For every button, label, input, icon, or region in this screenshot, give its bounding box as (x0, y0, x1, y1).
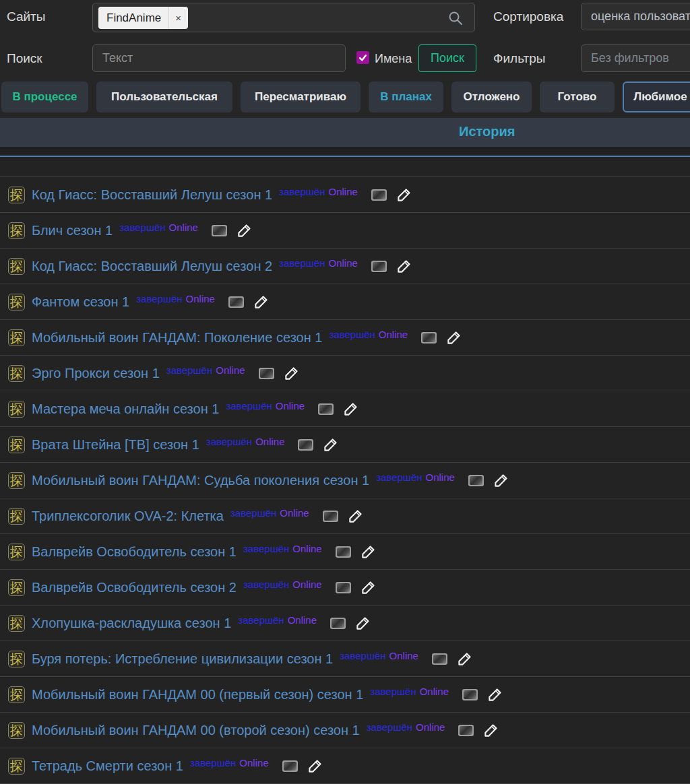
tab[interactable]: В планах (369, 81, 443, 112)
item-online-link[interactable]: Online (186, 293, 215, 304)
item-title-link[interactable]: Тетрадь Смерти сезон 1 (32, 758, 183, 774)
image-icon[interactable] (212, 225, 227, 236)
image-icon-inner (260, 369, 273, 378)
edit-icon[interactable] (355, 616, 371, 631)
image-icon[interactable] (323, 511, 338, 522)
tab[interactable]: Пересматриваю (241, 81, 360, 112)
image-icon[interactable] (371, 189, 387, 201)
tab[interactable]: Пользовательская (96, 81, 232, 112)
item-title-link[interactable]: Мобильный воин ГАНДАМ 00 (второй сезон) … (32, 723, 360, 738)
sort-select[interactable]: оценка пользователя (581, 3, 690, 30)
chip-remove-icon[interactable]: × (168, 7, 188, 29)
item-title-link[interactable]: Буря потерь: Истребление цивилизации сез… (32, 651, 333, 667)
image-icon[interactable] (282, 760, 298, 772)
item-title-link[interactable]: Код Гиасс: Восставший Лелуш сезон 1 (32, 187, 272, 203)
edit-icon[interactable] (237, 223, 252, 238)
image-icon-inner (324, 512, 337, 521)
item-title-link[interactable]: Врата Штейна [ТВ] сезон 1 (32, 437, 199, 453)
image-icon[interactable] (336, 582, 351, 593)
edit-icon[interactable] (396, 259, 412, 274)
search-button[interactable]: Поиск (418, 44, 476, 72)
search-input[interactable] (92, 44, 346, 72)
edit-icon[interactable] (446, 330, 462, 346)
edit-icon[interactable] (396, 187, 412, 203)
item-online-link[interactable]: Online (416, 721, 445, 733)
image-icon[interactable] (421, 332, 437, 344)
item-title-link[interactable]: Триплексоголик OVA-2: Клетка (32, 509, 224, 524)
site-favicon-icon: 探 (8, 436, 25, 453)
tab[interactable]: В процессе (1, 81, 88, 112)
edit-icon[interactable] (253, 294, 269, 310)
item-title-link[interactable]: Валврейв Освободитель сезон 1 (32, 544, 237, 560)
category-tabs: В процессе Пользовательская Пересматрива… (1, 81, 690, 112)
edit-icon[interactable] (483, 723, 499, 738)
item-online-link[interactable]: Online (389, 650, 418, 661)
edit-icon[interactable] (360, 544, 376, 560)
item-online-link[interactable]: Online (292, 543, 321, 554)
item-online-link[interactable]: Online (255, 436, 284, 447)
tab[interactable]: Отложено (451, 81, 532, 112)
item-title-link[interactable]: Мастера меча онлайн сезон 1 (32, 401, 219, 417)
edit-icon[interactable] (284, 366, 299, 381)
names-checkbox[interactable] (356, 51, 369, 64)
site-favicon-icon: 探 (8, 222, 25, 239)
image-icon[interactable] (330, 618, 346, 629)
edit-icon[interactable] (487, 687, 503, 703)
item-online-link[interactable]: Online (328, 257, 357, 269)
item-online-link[interactable]: Online (239, 757, 268, 769)
image-icon[interactable] (462, 689, 478, 700)
item-online-link[interactable]: Online (292, 579, 321, 590)
edit-icon[interactable] (323, 437, 338, 453)
sites-input[interactable]: FindAnime × (92, 3, 475, 32)
image-icon-inner (332, 619, 344, 628)
list-item: 探 Код Гиасс: Восставший Лелуш сезон 2 за… (0, 249, 690, 284)
app-window: Сайты FindAnime × Сортировка оценка поль… (0, 0, 690, 784)
list-item: 探 Мобильный воин ГАНДАМ: Поколение сезон… (0, 320, 690, 356)
item-title-link[interactable]: Блич сезон 1 (32, 223, 113, 238)
image-icon[interactable] (228, 296, 244, 308)
item-title-link[interactable]: Валврейв Освободитель сезон 2 (32, 580, 237, 595)
item-title-link[interactable]: Мобильный воин ГАНДАМ 00 (первый сезон) … (32, 687, 363, 703)
item-online-link[interactable]: Online (328, 186, 357, 197)
item-title-link[interactable]: Мобильный воин ГАНДАМ: Поколение сезон 1 (32, 330, 322, 346)
item-online-link[interactable]: Online (169, 222, 198, 233)
edit-icon[interactable] (360, 580, 376, 595)
edit-icon[interactable] (343, 401, 358, 417)
image-icon-inner (337, 548, 350, 556)
list-item: 探 Мастера меча онлайн сезон 1 завершён O… (0, 391, 690, 427)
edit-icon[interactable] (493, 473, 509, 488)
image-icon[interactable] (371, 261, 387, 272)
image-icon[interactable] (432, 653, 447, 665)
image-icon[interactable] (318, 403, 334, 415)
item-online-link[interactable]: Online (379, 329, 408, 340)
site-favicon-icon: 探 (8, 187, 25, 203)
item-online-link[interactable]: Online (288, 614, 317, 626)
image-icon[interactable] (298, 439, 313, 451)
image-icon[interactable] (259, 368, 274, 379)
image-icon[interactable] (458, 725, 474, 736)
edit-icon[interactable] (307, 758, 323, 774)
tab[interactable]: Любимое (623, 81, 690, 112)
item-title-link[interactable]: Код Гиасс: Восставший Лелуш сезон 2 (32, 259, 272, 274)
tab[interactable]: Готово (540, 81, 615, 112)
image-icon[interactable] (336, 546, 351, 558)
item-status: завершён (243, 579, 289, 590)
item-online-link[interactable]: Online (216, 364, 245, 376)
filters-input[interactable] (581, 44, 690, 72)
edit-icon[interactable] (457, 651, 472, 667)
edit-icon[interactable] (348, 509, 363, 524)
history-list: 探 Код Гиасс: Восставший Лелуш сезон 1 за… (0, 157, 690, 784)
item-online-link[interactable]: Online (280, 507, 309, 519)
item-status: завершён (243, 543, 289, 554)
item-title-link[interactable]: Мобильный воин ГАНДАМ: Судьба поколения … (32, 473, 369, 488)
item-online-link[interactable]: Online (420, 686, 449, 697)
item-title-link[interactable]: Фантом сезон 1 (32, 294, 129, 310)
item-title-link[interactable]: Хлопушка-раскладушка сезон 1 (32, 616, 231, 631)
item-online-link[interactable]: Online (276, 400, 305, 412)
image-icon[interactable] (468, 475, 484, 486)
item-online-link[interactable]: Online (426, 471, 455, 483)
check-icon (358, 53, 367, 62)
list-item: 探 Валврейв Освободитель сезон 2 завершён… (0, 570, 690, 606)
item-title-link[interactable]: Эрго Прокси сезон 1 (32, 366, 160, 381)
site-favicon-icon: 探 (8, 544, 25, 560)
